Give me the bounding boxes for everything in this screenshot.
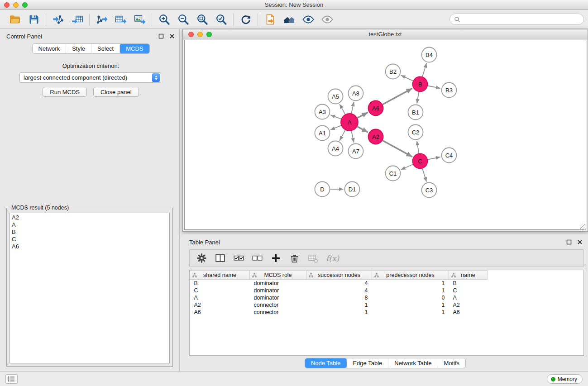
table-close-panel-icon[interactable] [577, 238, 583, 244]
graph-node-A2[interactable]: A2 [368, 129, 383, 144]
table-row[interactable]: Cdominator41C [190, 287, 584, 294]
network-minimize-button[interactable] [197, 32, 203, 37]
cell-name[interactable]: A6 [449, 309, 488, 316]
search-input[interactable] [463, 16, 579, 23]
cell-name[interactable]: A [449, 294, 488, 301]
function-builder-button[interactable]: f(x) [326, 254, 339, 263]
graph-node-A1[interactable]: A1 [315, 126, 330, 141]
graph-edge-C-C2[interactable] [417, 141, 419, 153]
graph-edge-A-A3[interactable] [330, 115, 341, 119]
graph-edge-B-B1[interactable] [417, 92, 419, 103]
table-tab-motifs[interactable]: Motifs [437, 358, 465, 368]
export-image-button[interactable] [134, 14, 146, 26]
graph-node-A7[interactable]: A7 [349, 144, 363, 159]
column-header-successor-nodes[interactable]: successor nodes [306, 271, 372, 280]
graph-node-A3[interactable]: A3 [315, 105, 330, 119]
graph-edge-A-A8[interactable] [351, 102, 354, 114]
mcds-result-item[interactable]: A [12, 221, 167, 229]
cell-shared-name[interactable]: B [190, 280, 250, 287]
graph-node-A8[interactable]: A8 [349, 86, 363, 101]
home-button[interactable] [283, 14, 295, 26]
column-header-predecessor-nodes[interactable]: predecessor nodes [372, 271, 449, 280]
graph-edge-B-B3[interactable] [428, 86, 440, 89]
cell-successor-nodes[interactable]: 4 [306, 287, 372, 294]
cell-successor-nodes[interactable]: 1 [306, 309, 372, 316]
graph-node-B[interactable]: B [413, 77, 428, 92]
table-row[interactable]: A2connector11A2 [190, 301, 584, 309]
graph-node-B4[interactable]: B4 [422, 48, 437, 62]
control-tab-style[interactable]: Style [66, 44, 91, 53]
table-row[interactable]: A6connector11A6 [190, 309, 584, 316]
graph-node-B1[interactable]: B1 [408, 105, 423, 120]
open-file-button[interactable] [9, 14, 21, 26]
zoom-fit-button[interactable] [196, 14, 208, 26]
network-close-button[interactable] [188, 32, 194, 37]
close-panel-button[interactable]: Close panel [93, 87, 139, 97]
cell-name[interactable]: A2 [449, 301, 488, 309]
table-tab-network-table[interactable]: Network Table [388, 358, 437, 368]
graph-node-C4[interactable]: C4 [442, 148, 457, 163]
cell-predecessor-nodes[interactable]: 1 [372, 301, 449, 309]
open-session-file-button[interactable] [264, 14, 276, 26]
show-graphics-details-button[interactable] [321, 14, 333, 26]
cell-name[interactable]: C [449, 287, 488, 294]
cell-predecessor-nodes[interactable]: 0 [372, 294, 449, 301]
cell-predecessor-nodes[interactable]: 1 [372, 287, 449, 294]
network-fullscreen-button[interactable] [206, 32, 212, 37]
graph-node-A[interactable]: A [341, 114, 358, 131]
criterion-dropdown[interactable]: largest connected component (directed) [19, 72, 161, 83]
graph-edge-A6-B[interactable] [382, 88, 412, 104]
column-header-shared-name[interactable]: shared name [190, 271, 250, 280]
graph-node-B2[interactable]: B2 [386, 64, 401, 79]
column-header-name[interactable]: name [449, 271, 488, 280]
table-tab-edge-table[interactable]: Edge Table [346, 358, 388, 368]
network-canvas[interactable]: B4B2BB3A8A5A6B1A3AC2A1A2A4A7C4CC1C3DD1 [184, 40, 586, 230]
table-float-panel-icon[interactable] [566, 238, 572, 244]
graph-edge-A-A6[interactable] [358, 112, 368, 118]
mcds-result-item[interactable]: B [12, 229, 167, 236]
delete-table-button[interactable] [307, 253, 318, 264]
graph-edge-C-C4[interactable] [428, 157, 440, 160]
window-resize-grip[interactable] [580, 224, 586, 230]
save-session-button[interactable] [28, 14, 40, 26]
table-options-button[interactable] [196, 253, 207, 264]
import-network-button[interactable] [52, 14, 64, 26]
cell-name[interactable]: B [449, 280, 488, 287]
cell-mcds-role[interactable]: connector [250, 309, 306, 316]
deselect-all-button[interactable] [252, 253, 263, 264]
close-panel-icon[interactable] [169, 33, 175, 38]
graph-edge-A-A2[interactable] [358, 127, 368, 133]
export-network-button[interactable] [96, 14, 108, 26]
graph-node-A6[interactable]: A6 [368, 101, 383, 116]
graph-node-C3[interactable]: C3 [422, 183, 437, 198]
cell-successor-nodes[interactable]: 8 [306, 294, 372, 301]
cell-mcds-role[interactable]: dominator [250, 287, 306, 294]
table-tab-node-table[interactable]: Node Table [305, 358, 347, 368]
graph-node-C1[interactable]: C1 [386, 166, 401, 181]
cell-mcds-role[interactable]: connector [250, 301, 306, 309]
zoom-selected-button[interactable] [215, 14, 227, 26]
zoom-in-button[interactable] [158, 14, 170, 26]
graph-edge-B-B4[interactable] [422, 63, 426, 77]
show-hide-graphics-button[interactable] [302, 14, 314, 26]
export-table-button[interactable] [115, 14, 127, 26]
graph-edge-C-C1[interactable] [401, 164, 413, 170]
memory-button[interactable]: Memory [547, 374, 583, 384]
minimize-window-button[interactable] [13, 2, 19, 8]
mcds-result-item[interactable]: C [12, 236, 167, 243]
table-row[interactable]: Bdominator41B [190, 280, 584, 287]
graph-edge-A-A1[interactable] [330, 125, 341, 129]
delete-columns-button[interactable] [289, 253, 300, 264]
fullscreen-window-button[interactable] [22, 2, 28, 8]
column-header-mcds-role[interactable]: MCDS role [250, 271, 306, 280]
graph-edge-B-B2[interactable] [401, 75, 413, 81]
table-row[interactable]: Adominator80A [190, 294, 584, 301]
graph-edge-A2-C[interactable] [382, 140, 412, 157]
cell-predecessor-nodes[interactable]: 1 [372, 280, 449, 287]
import-table-button[interactable] [71, 14, 83, 26]
control-tab-select[interactable]: Select [91, 44, 120, 53]
cell-shared-name[interactable]: A2 [190, 301, 250, 309]
float-panel-icon[interactable] [158, 33, 164, 38]
run-mcds-button[interactable]: Run MCDS [43, 87, 87, 97]
cell-shared-name[interactable]: A [190, 294, 250, 301]
